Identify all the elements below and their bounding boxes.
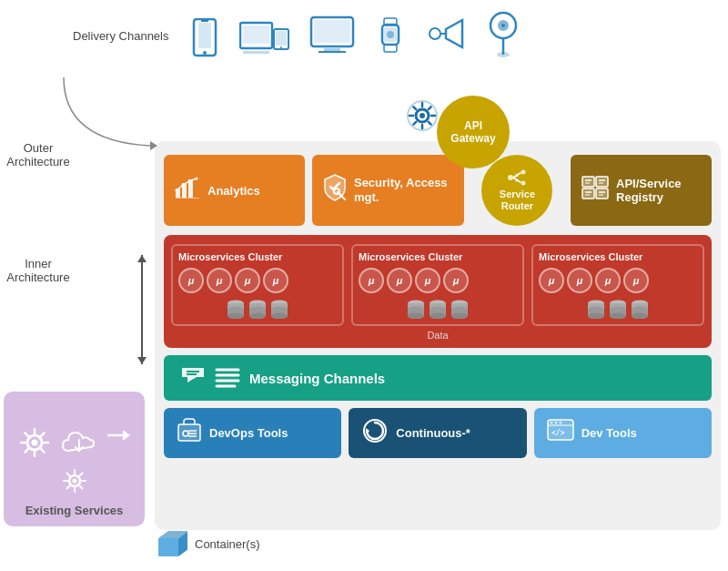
smartwatch-icon bbox=[375, 15, 406, 62]
security-label: Security, Access mgt. bbox=[354, 176, 453, 204]
devops-tools-card: DevOps Tools bbox=[164, 408, 341, 458]
svg-rect-157 bbox=[158, 538, 178, 556]
security-card: Security, Access mgt. bbox=[312, 155, 464, 226]
micro-icon: μ bbox=[623, 268, 649, 293]
svg-point-132 bbox=[559, 422, 561, 424]
svg-rect-12 bbox=[314, 20, 350, 43]
svg-point-130 bbox=[550, 422, 552, 424]
svg-line-156 bbox=[66, 486, 69, 489]
microservices-cluster-1: Microservices Cluster μ μ μ μ bbox=[171, 244, 344, 326]
svg-line-141 bbox=[41, 449, 45, 453]
messaging-stack-icon bbox=[215, 366, 240, 390]
messaging-channels-label: Messaging Channels bbox=[249, 371, 385, 386]
svg-rect-121 bbox=[178, 424, 200, 441]
svg-line-37 bbox=[429, 122, 431, 125]
svg-line-155 bbox=[79, 474, 82, 476]
inner-architecture-label: Inner Architecture bbox=[2, 257, 75, 284]
existing-services-label: Existing Services bbox=[25, 504, 124, 517]
micro-icon: μ bbox=[415, 268, 440, 293]
api-registry-card: API/Service Registry bbox=[571, 155, 712, 226]
svg-rect-48 bbox=[176, 198, 199, 199]
existing-arrow-icon bbox=[106, 425, 132, 445]
svg-point-2 bbox=[203, 51, 207, 55]
svg-rect-59 bbox=[596, 177, 608, 187]
micro-icon: μ bbox=[387, 268, 412, 293]
continuous-label: Continuous-* bbox=[396, 426, 470, 440]
outer-architecture-arrow bbox=[59, 68, 168, 153]
inner-architecture-bracket bbox=[141, 255, 143, 364]
existing-gear2-icon bbox=[61, 467, 88, 495]
svg-rect-61 bbox=[596, 189, 608, 199]
devops-icon bbox=[177, 417, 202, 449]
desktop-tablet-icon bbox=[239, 18, 289, 62]
gear-decoration-icon bbox=[405, 98, 440, 136]
delivery-channels-label: Delivery Channels bbox=[73, 29, 169, 43]
svg-point-52 bbox=[521, 169, 526, 174]
svg-point-22 bbox=[430, 28, 440, 39]
existing-cloud-icon bbox=[59, 425, 99, 454]
microservices-cluster-3: Microservices Cluster μ μ μ μ bbox=[531, 244, 704, 326]
existing-services-box: Existing Services bbox=[4, 392, 145, 526]
continuous-icon bbox=[361, 417, 389, 449]
cluster-1-db-icons bbox=[178, 299, 337, 319]
svg-point-45 bbox=[182, 184, 185, 187]
micro-icon: μ bbox=[235, 268, 260, 293]
dev-tools-label: Dev Tools bbox=[581, 426, 637, 440]
svg-rect-5 bbox=[243, 25, 269, 44]
svg-point-10 bbox=[280, 46, 282, 48]
container-label: Container(s) bbox=[195, 537, 260, 551]
svg-point-44 bbox=[176, 189, 178, 192]
monitor-icon bbox=[309, 15, 355, 62]
svg-line-39 bbox=[413, 122, 416, 125]
svg-rect-9 bbox=[276, 31, 287, 46]
svg-point-148 bbox=[72, 479, 76, 484]
micro-icon: μ bbox=[207, 268, 232, 293]
messaging-channels-bar: Messaging Channels bbox=[164, 355, 712, 401]
service-router-card: Service Router bbox=[481, 155, 552, 226]
container-cube-icon bbox=[155, 527, 187, 560]
broadcast-icon bbox=[426, 15, 466, 62]
tools-row: DevOps Tools Continuous-* bbox=[164, 408, 712, 458]
cluster-3-db-icons bbox=[539, 299, 697, 319]
dev-tools-icon: </> bbox=[547, 419, 574, 447]
analytics-icon bbox=[175, 176, 200, 205]
svg-line-153 bbox=[66, 474, 69, 476]
container-cube-wrapper bbox=[155, 527, 187, 560]
svg-point-56 bbox=[516, 174, 519, 177]
existing-services-icons bbox=[4, 416, 145, 504]
svg-point-135 bbox=[31, 440, 37, 446]
service-router-label: Service Router bbox=[486, 189, 548, 212]
micro-icon: μ bbox=[263, 268, 288, 293]
main-architecture-box: Analytics Security, Access mgt. bbox=[155, 141, 721, 530]
micro-icon: μ bbox=[178, 268, 204, 293]
svg-marker-146 bbox=[123, 430, 130, 441]
svg-point-26 bbox=[501, 24, 505, 27]
clusters-row: Microservices Cluster μ μ μ μ Microservi… bbox=[171, 244, 704, 326]
svg-point-53 bbox=[521, 180, 526, 185]
svg-point-57 bbox=[516, 178, 519, 181]
svg-line-38 bbox=[429, 107, 431, 109]
cluster-3-title: Microservices Cluster bbox=[539, 251, 697, 262]
svg-point-47 bbox=[196, 178, 198, 180]
delivery-icons-row bbox=[190, 9, 521, 62]
svg-line-143 bbox=[25, 449, 28, 453]
messaging-icons bbox=[178, 364, 240, 392]
svg-point-20 bbox=[387, 31, 394, 38]
iot-location-icon bbox=[486, 9, 521, 62]
dev-tools-card: </> Dev Tools bbox=[534, 408, 712, 458]
svg-point-28 bbox=[497, 52, 510, 57]
svg-point-46 bbox=[188, 180, 191, 183]
data-label: Data bbox=[171, 330, 704, 341]
svg-line-142 bbox=[41, 433, 45, 436]
security-icon bbox=[323, 174, 347, 207]
svg-rect-60 bbox=[582, 189, 594, 199]
devops-tools-label: DevOps Tools bbox=[209, 426, 288, 440]
svg-marker-21 bbox=[446, 20, 462, 47]
api-gateway-circle: API Gateway bbox=[437, 96, 510, 168]
mobile-icon bbox=[190, 18, 219, 62]
micro-icon: μ bbox=[539, 268, 564, 293]
cluster-3-micro-icons: μ μ μ μ bbox=[539, 268, 697, 293]
messaging-queue-icon bbox=[178, 364, 207, 392]
existing-gear1-icon bbox=[17, 425, 52, 460]
analytics-card: Analytics bbox=[164, 155, 305, 226]
